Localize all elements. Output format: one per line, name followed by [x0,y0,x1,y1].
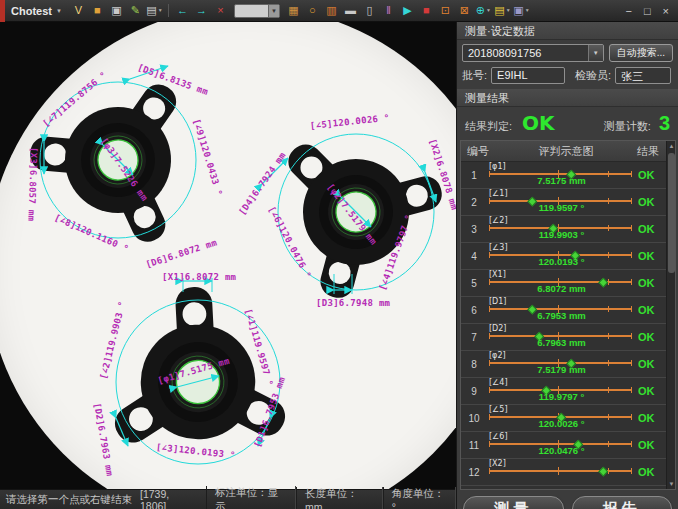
scroll-up-icon[interactable]: ▲ [667,141,676,151]
tolerance-diagram: [D1] 6.7953 mm [487,297,636,323]
measured-value: 120.0026 ° [487,418,636,429]
tolerance-diagram: [X1] 6.8072 mm [487,270,636,296]
chevron-down-icon[interactable]: ▼ [525,2,530,19]
scroll-down-icon[interactable]: ▼ [667,479,676,489]
result-badge: OK [638,432,666,458]
result-row[interactable]: 10 [∠5] 120.0026 ° OK [461,405,666,432]
row-number: 2 [461,189,487,215]
header-diagram: 评判示意图 [495,144,637,159]
measurement-canvas[interactable]: [D5]6.8135 mm[∠7]119.8756 °[∠9]120.0433 … [0,22,456,489]
ruler-icon[interactable]: ▥ [323,2,340,19]
parts-graphics [0,22,456,489]
measured-value: 6.7963 mm [487,337,636,348]
result-badge: OK [638,243,666,269]
forward-icon[interactable]: → [193,2,210,19]
box-icon[interactable]: ▤▼ [494,2,511,19]
chevron-down-icon[interactable]: ▼ [486,2,491,19]
flag-icon[interactable]: ▯ [361,2,378,19]
results-table: 编号 评判示意图 结果 1 [φ1] 7.5175 mm OK 2 [∠1] 1… [460,140,676,490]
chevron-down-icon[interactable]: ▼ [506,2,511,19]
tolerance-diagram: [φ1] 7.5175 mm [487,162,636,188]
result-row[interactable]: 9 [∠4] 119.9797 ° OK [461,378,666,405]
row-number: 1 [461,162,487,188]
measured-value: 119.9797 ° [487,391,636,402]
table-header: 编号 评判示意图 结果 [461,141,675,162]
app-menu[interactable]: Chotest ▼ [5,5,69,17]
delete-icon[interactable]: × [212,2,229,19]
magnifier-icon[interactable]: ○ [304,2,321,19]
app-menu-label: Chotest [11,5,52,17]
chevron-down-icon[interactable]: ▼ [158,2,163,19]
results-title: 测量结果 [457,89,678,107]
result-row[interactable]: 6 [D1] 6.7953 mm OK [461,297,666,324]
play-icon[interactable]: ▶ [399,2,416,19]
timer-icon[interactable]: ⊕▼ [475,2,492,19]
measured-value: 6.8072 mm [487,283,636,294]
tolerance-diagram: [∠5] 120.0026 ° [487,405,636,431]
feature-label: [∠3] [489,243,508,252]
feature-label: [X1] [489,270,506,279]
result-row[interactable]: 7 [D2] 6.7963 mm OK [461,324,666,351]
auto-search-button[interactable]: 自动搜索... [609,44,673,62]
tolerance-diagram: [∠2] 119.9903 ° [487,216,636,242]
capture-out-icon[interactable]: ⊠ [456,2,473,19]
result-row[interactable]: 5 [X1] 6.8072 mm OK [461,270,666,297]
tolerance-diagram: [X2] [487,459,636,485]
measure-button[interactable]: 测量 [463,496,564,509]
length-unit: 长度单位：mm [296,487,383,509]
inspector-field[interactable]: 张三 [615,67,671,84]
feature-label: [D2] [489,324,507,333]
report-button[interactable]: 报告 [572,496,673,509]
m-folder-icon[interactable]: ■ [89,2,106,19]
row-number: 11 [461,432,487,458]
result-badge: OK [638,270,666,296]
title-bar: Chotest ▼ V■▣✎▤▼←→×▼▦○▥▬▯‖▶■⊡⊠⊕▼▤▼▣▼ −□× [0,0,678,22]
record-icon[interactable]: ■ [418,2,435,19]
result-badge: OK [638,189,666,215]
cursor-coordinates: [1739, 1806] [132,488,206,509]
zoom-combo[interactable]: ▼ [234,4,280,18]
image-search-icon[interactable]: ▦ [285,2,302,19]
chevron-down-icon[interactable]: ▼ [268,5,279,17]
edit-icon[interactable]: ✎ [127,2,144,19]
result-row[interactable]: 3 [∠2] 119.9903 ° OK [461,216,666,243]
measured-value: 120.0476 ° [487,445,636,456]
tolerance-diagram: [∠6] 120.0476 ° [487,432,636,458]
result-row[interactable]: 4 [∠3] 120.0193 ° OK [461,243,666,270]
status-hint: 请选择第一个点或右键结束 [0,493,132,507]
capture-in-icon[interactable]: ⊡ [437,2,454,19]
feature-label: [∠6] [489,432,508,441]
status-bar: 请选择第一个点或右键结束 [1739, 1806] 标注单位：显示 长度单位：m… [0,489,456,509]
angle-unit: 角度单位：° [383,487,456,509]
save-icon[interactable]: ▣ [108,2,125,19]
maximize-button[interactable]: □ [644,5,651,17]
minimize-button[interactable]: − [625,5,631,17]
camera-icon[interactable]: ▣▼ [513,2,530,19]
dataset-dropdown[interactable]: 201808091756 ▼ [462,44,604,62]
result-row[interactable]: 1 [φ1] 7.5175 mm OK [461,162,666,189]
feature-label: [∠2] [489,216,508,225]
inspector-label: 检验员: [575,68,611,83]
scroll-thumb[interactable] [668,153,675,273]
close-button[interactable]: × [663,5,669,17]
result-row[interactable]: 8 [φ2] 7.5179 mm OK [461,351,666,378]
result-row[interactable]: 11 [∠6] 120.0476 ° OK [461,432,666,459]
row-number: 3 [461,216,487,242]
lamp-icon[interactable]: ▬ [342,2,359,19]
feature-label: [∠4] [489,378,508,387]
result-row[interactable]: 12 [X2] OK [461,459,666,486]
row-number: 7 [461,324,487,350]
feature-label: [∠5] [489,405,508,414]
result-row[interactable]: 2 [∠1] 119.9597 ° OK [461,189,666,216]
chevron-down-icon[interactable]: ▼ [588,45,603,61]
print-icon[interactable]: ▤▼ [146,2,163,19]
table-scrollbar[interactable]: ▲ ▼ [666,141,675,489]
back-icon[interactable]: ← [174,2,191,19]
v-project-icon[interactable]: V [70,2,87,19]
batch-field[interactable]: E9IHL [491,67,565,84]
row-number: 8 [461,351,487,377]
batch-label: 批号: [462,68,487,83]
result-badge: OK [638,351,666,377]
barcode-icon[interactable]: ‖ [380,2,397,19]
tolerance-diagram: [∠3] 120.0193 ° [487,243,636,269]
